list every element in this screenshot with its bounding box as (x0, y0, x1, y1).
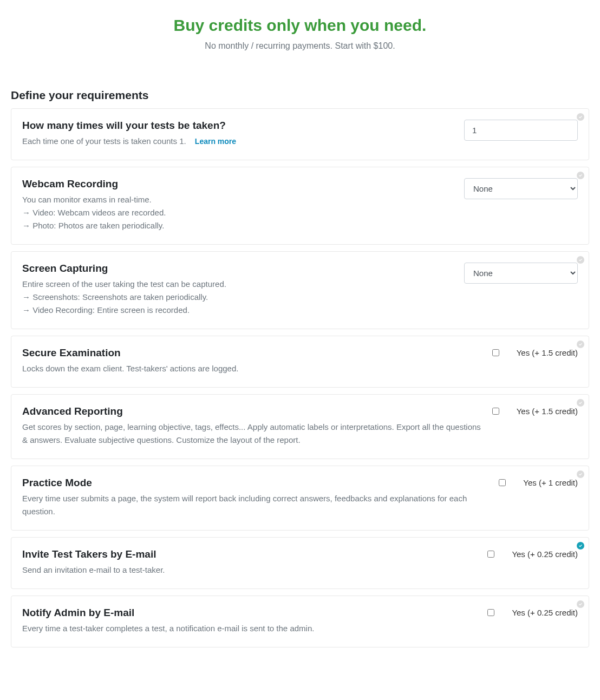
checkbox-label: Yes (+ 1.5 credit) (517, 407, 578, 416)
card-secure-examination: Secure Examination Locks down the exam c… (11, 336, 589, 388)
invite-test-takers-checkbox[interactable] (487, 551, 494, 558)
card-description: Entire screen of the user taking the tes… (22, 278, 453, 317)
status-badge-icon (577, 470, 584, 478)
status-badge-icon (577, 542, 584, 549)
card-screen-capturing: Screen Capturing Entire screen of the us… (11, 251, 589, 329)
card-title: Practice Mode (22, 477, 488, 489)
page-title: Buy credits only when you need. (11, 16, 589, 35)
checkbox-label: Yes (+ 0.25 credit) (512, 608, 578, 617)
card-description: Locks down the exam client. Test-takers'… (22, 362, 481, 375)
webcam-recording-select[interactable]: None (464, 178, 578, 199)
page-header: Buy credits only when you need. No month… (11, 16, 589, 51)
secure-examination-checkbox[interactable] (492, 349, 499, 356)
card-title: Advanced Reporting (22, 405, 481, 417)
card-practice-mode: Practice Mode Every time user submits a … (11, 466, 589, 531)
screen-capturing-select[interactable]: None (464, 263, 578, 284)
page-subtitle: No monthly / recurring payments. Start w… (11, 41, 589, 51)
status-badge-icon (577, 172, 584, 179)
card-title: Secure Examination (22, 347, 481, 359)
card-description: Send an invitation e-mail to a test-take… (22, 564, 477, 577)
card-advanced-reporting: Advanced Reporting Get scores by section… (11, 394, 589, 459)
card-description: Get scores by section, page, learning ob… (22, 421, 481, 447)
status-badge-icon (577, 113, 584, 121)
card-description: You can monitor exams in real-time. → Vi… (22, 193, 453, 232)
checkbox-label: Yes (+ 1.5 credit) (517, 348, 578, 357)
learn-more-link[interactable]: Learn more (195, 137, 236, 146)
card-invite-test-takers: Invite Test Takers by E-mail Send an inv… (11, 537, 589, 589)
card-title: How many times will your tests be taken? (22, 120, 453, 132)
notify-admin-checkbox[interactable] (487, 609, 494, 616)
card-title: Webcam Recording (22, 178, 453, 190)
card-notify-admin: Notify Admin by E-mail Every time a test… (11, 596, 589, 647)
checkbox-label: Yes (+ 1 credit) (523, 478, 578, 487)
status-badge-icon (577, 256, 584, 264)
times-taken-input[interactable] (464, 120, 578, 141)
card-title: Notify Admin by E-mail (22, 607, 477, 619)
card-description: Every time a test-taker completes a test… (22, 622, 477, 635)
section-title: Define your requirements (11, 89, 589, 102)
practice-mode-checkbox[interactable] (499, 479, 506, 486)
card-title: Screen Capturing (22, 263, 453, 274)
card-webcam-recording: Webcam Recording You can monitor exams i… (11, 167, 589, 245)
card-times-taken: How many times will your tests be taken?… (11, 108, 589, 160)
status-badge-icon (577, 399, 584, 407)
card-description: Each time one of your tests is taken cou… (22, 135, 453, 148)
card-title: Invite Test Takers by E-mail (22, 548, 477, 560)
checkbox-label: Yes (+ 0.25 credit) (512, 549, 578, 559)
advanced-reporting-checkbox[interactable] (492, 408, 499, 415)
status-badge-icon (577, 341, 584, 348)
card-description: Every time user submits a page, the syst… (22, 492, 488, 518)
status-badge-icon (577, 600, 584, 608)
